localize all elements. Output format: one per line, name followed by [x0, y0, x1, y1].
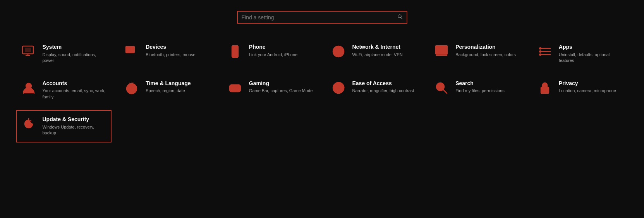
setting-title-ease: Ease of Access: [352, 80, 414, 87]
setting-item-ease[interactable]: Ease of AccessNarrator, magnifier, high …: [326, 74, 422, 106]
setting-subtitle-personalization: Background, lock screen, colors: [455, 52, 516, 58]
setting-item-personalization[interactable]: PersonalizationBackground, lock screen, …: [429, 38, 525, 70]
svg-point-32: [539, 50, 541, 53]
setting-item-network[interactable]: Network & InternetWi-Fi, airplane mode, …: [326, 38, 422, 70]
svg-rect-13: [129, 50, 130, 51]
svg-rect-1: [25, 48, 31, 52]
setting-text-phone: PhoneLink your Android, iPhone: [249, 44, 297, 58]
setting-subtitle-network: Wi-Fi, airplane mode, VPN: [352, 52, 403, 58]
svg-rect-26: [438, 51, 441, 53]
page-container: SystemDisplay, sound, notifications, pow…: [0, 0, 644, 154]
setting-title-network: Network & Internet: [352, 44, 403, 50]
setting-title-privacy: Privacy: [559, 80, 616, 87]
setting-item-privacy[interactable]: PrivacyLocation, camera, microphone: [532, 74, 628, 106]
search-bar-wrapper: [237, 11, 407, 24]
setting-text-system: SystemDisplay, sound, notifications, pow…: [43, 44, 107, 64]
setting-item-gaming[interactable]: GamingGame Bar, captures, Game Mode: [223, 74, 318, 106]
apps-icon: [537, 45, 553, 58]
svg-rect-14: [130, 50, 132, 51]
setting-title-update: Update & Security: [43, 116, 107, 123]
time-icon: A字: [124, 81, 139, 95]
setting-item-search[interactable]: SearchFind my files, permissions: [429, 74, 525, 106]
svg-point-45: [235, 88, 237, 89]
setting-text-gaming: GamingGame Bar, captures, Game Mode: [249, 80, 313, 94]
setting-item-accounts[interactable]: AccountsYour accounts, email, sync, work…: [16, 74, 112, 106]
setting-subtitle-system: Display, sound, notifications, power: [43, 52, 107, 64]
setting-text-time: Time & LanguageSpeech, region, date: [146, 80, 191, 94]
svg-point-31: [539, 47, 541, 50]
svg-rect-10: [129, 49, 130, 50]
setting-subtitle-privacy: Location, camera, microphone: [559, 88, 616, 94]
accounts-icon: [21, 81, 36, 95]
setting-item-phone[interactable]: PhoneLink your Android, iPhone: [223, 38, 318, 70]
system-icon: [21, 45, 36, 58]
setting-text-update: Update & SecurityWindows Update, recover…: [43, 116, 107, 136]
setting-subtitle-search: Find my files, permissions: [455, 88, 505, 94]
setting-item-devices[interactable]: DevicesBluetooth, printers, mouse: [119, 38, 215, 70]
search-icon: [397, 14, 403, 21]
svg-point-43: [238, 88, 240, 89]
setting-title-time: Time & Language: [146, 80, 191, 87]
setting-item-apps[interactable]: AppsUninstall, defaults, optional featur…: [532, 38, 628, 70]
setting-text-accounts: AccountsYour accounts, email, sync, work…: [43, 80, 107, 100]
setting-subtitle-time: Speech, region, date: [146, 88, 191, 94]
svg-point-17: [234, 55, 235, 57]
svg-rect-27: [442, 51, 445, 53]
setting-title-apps: Apps: [559, 44, 623, 50]
setting-title-search: Search: [455, 80, 505, 87]
svg-rect-8: [130, 47, 131, 48]
phone-icon: [227, 45, 243, 58]
setting-text-apps: AppsUninstall, defaults, optional featur…: [559, 44, 623, 64]
search-bar: [237, 11, 407, 24]
search-input[interactable]: [242, 14, 397, 21]
svg-point-52: [544, 89, 546, 91]
setting-title-personalization: Personalization: [455, 44, 516, 50]
setting-item-time[interactable]: A字 Time & LanguageSpeech, region, date: [119, 74, 215, 106]
setting-title-gaming: Gaming: [249, 80, 313, 87]
setting-subtitle-apps: Uninstall, defaults, optional features: [559, 52, 623, 64]
setting-text-privacy: PrivacyLocation, camera, microphone: [559, 80, 616, 94]
setting-subtitle-devices: Bluetooth, printers, mouse: [146, 52, 195, 58]
setting-item-update[interactable]: Update & SecurityWindows Update, recover…: [16, 110, 112, 142]
setting-subtitle-phone: Link your Android, iPhone: [249, 52, 297, 58]
ease-icon: [331, 81, 346, 95]
svg-rect-12: [127, 50, 128, 51]
devices-icon: [124, 45, 139, 58]
setting-text-search: SearchFind my files, permissions: [455, 80, 505, 94]
setting-subtitle-gaming: Game Bar, captures, Game Mode: [249, 88, 313, 94]
svg-point-42: [237, 86, 238, 88]
privacy-icon: [537, 81, 553, 95]
setting-title-devices: Devices: [146, 44, 195, 50]
svg-rect-7: [129, 47, 130, 48]
setting-text-devices: DevicesBluetooth, printers, mouse: [146, 44, 195, 58]
setting-text-network: Network & InternetWi-Fi, airplane mode, …: [352, 44, 403, 58]
settings-grid: SystemDisplay, sound, notifications, pow…: [16, 38, 628, 142]
svg-point-44: [237, 89, 238, 90]
svg-text:A字: A字: [129, 82, 134, 85]
svg-rect-9: [127, 49, 128, 50]
update-icon: [21, 117, 36, 131]
personalization-icon: [434, 45, 449, 58]
setting-title-system: System: [43, 44, 107, 50]
setting-title-phone: Phone: [249, 44, 297, 50]
setting-subtitle-accounts: Your accounts, email, sync, work, family: [43, 88, 107, 100]
search-icon: [434, 81, 449, 95]
setting-text-ease: Ease of AccessNarrator, magnifier, high …: [352, 80, 414, 94]
svg-rect-6: [127, 47, 128, 48]
svg-point-33: [539, 53, 541, 56]
setting-text-personalization: PersonalizationBackground, lock screen, …: [455, 44, 516, 58]
gaming-icon: [227, 81, 243, 95]
network-icon: [331, 45, 346, 58]
setting-subtitle-ease: Narrator, magnifier, high contrast: [352, 88, 414, 94]
setting-subtitle-update: Windows Update, recovery, backup: [43, 124, 107, 136]
svg-line-50: [443, 89, 447, 93]
svg-rect-11: [130, 49, 131, 50]
setting-title-accounts: Accounts: [43, 80, 107, 87]
setting-item-system[interactable]: SystemDisplay, sound, notifications, pow…: [16, 38, 112, 70]
